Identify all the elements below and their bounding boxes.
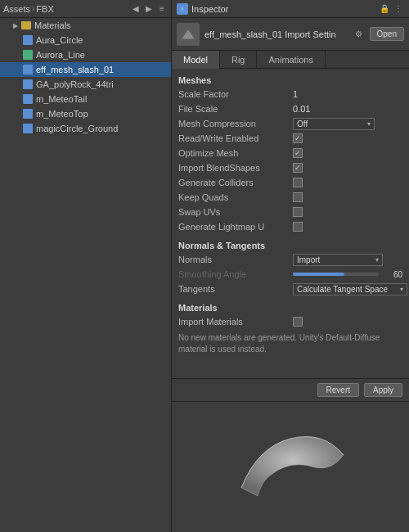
prop-smoothing-angle: Smoothing Angle 60 (172, 267, 409, 282)
item-label: Aura_Circle (36, 35, 83, 45)
prop-optimize-mesh: Optimize Mesh (172, 146, 409, 160)
prop-keep-quads: Keep Quads (172, 190, 409, 205)
apply-button[interactable]: Apply (364, 383, 402, 397)
prop-value: 60 (293, 270, 402, 279)
breadcrumb-sep: › (32, 4, 34, 13)
prop-generate-colliders: Generate Colliders (172, 175, 409, 190)
tree-item-aurora-line[interactable]: Aurora_Line (0, 47, 171, 62)
prop-label: Swap UVs (178, 207, 293, 217)
tree-item-m-meteotop[interactable]: m_MeteoTop (0, 106, 171, 121)
tree-item-m-meteotail[interactable]: m_MeteoTail (0, 92, 171, 106)
tree-item-eff-mesh[interactable]: eff_mesh_slash_01 (0, 62, 171, 77)
generate-lightmap-checkbox[interactable] (293, 222, 303, 232)
inspector-title: Inspector (191, 4, 379, 14)
prop-value (293, 317, 402, 327)
item-label: Aurora_Line (36, 50, 85, 60)
inspector-scroll-area: Meshes Scale Factor 1 File Scale 0.01 Me… (172, 69, 409, 378)
left-tree-panel: ▶ Materials Aura_Circle Aurora_Line eff_… (0, 18, 172, 532)
keep-quads-checkbox[interactable] (293, 192, 303, 202)
back-icon[interactable]: ◀ (130, 3, 142, 15)
prop-label: Tangents (178, 284, 293, 294)
lock-icon[interactable]: 🔒 (379, 3, 390, 15)
prop-label: Scale Factor (178, 89, 293, 99)
tab-model[interactable]: Model (172, 51, 220, 69)
prop-label: File Scale (178, 104, 293, 114)
inspector-header: eff_mesh_slash_01 Import Settin ⚙ Open (172, 18, 409, 51)
prop-label: Generate Lightmap U (178, 222, 293, 232)
chevron-down-icon: ▾ (400, 286, 403, 293)
slider-value: 60 (382, 270, 402, 279)
settings-icons: ⚙ (353, 29, 365, 40)
tree-item-aura-circle[interactable]: Aura_Circle (0, 33, 171, 47)
line-icon (23, 50, 33, 60)
open-button[interactable]: Open (370, 27, 404, 41)
prop-import-blendshapes: Import BlendShapes (172, 160, 409, 175)
prop-value: Import ▾ (293, 254, 402, 266)
right-panel: eff_mesh_slash_01 Import Settin ⚙ Open M… (172, 18, 409, 532)
generate-colliders-checkbox[interactable] (293, 178, 303, 187)
tabs-bar: Model Rig Animations (172, 51, 409, 69)
arrow-icon: ▶ (13, 22, 18, 29)
read-write-checkbox[interactable] (293, 133, 303, 143)
prop-generate-lightmap: Generate Lightmap U (172, 219, 409, 234)
item-label: GA_polyRock_44tri (36, 79, 114, 89)
tangents-dropdown[interactable]: Calculate Tangent Space ▾ (293, 283, 407, 295)
prop-import-materials: Import Materials (172, 314, 409, 329)
folder-label: FBX (36, 4, 53, 14)
prop-label: Mesh Compression (178, 119, 293, 128)
prop-label: Smoothing Angle (178, 269, 293, 279)
mesh-preview-thumbnail (177, 23, 200, 46)
mesh-icon (23, 79, 33, 89)
revert-button[interactable]: Revert (317, 383, 359, 397)
item-label: m_MeteoTail (36, 94, 87, 104)
prop-scale-factor: Scale Factor 1 (172, 87, 409, 101)
tree-item-ga-poly[interactable]: GA_polyRock_44tri (0, 77, 171, 92)
prop-file-scale: File Scale 0.01 (172, 101, 409, 116)
prop-label: Read/Write Enabled (178, 133, 293, 143)
mesh-icon (23, 65, 33, 74)
tree-item-materials[interactable]: ▶ Materials (0, 18, 171, 33)
prop-normals: Normals Import ▾ (172, 252, 409, 267)
prop-swap-uvs: Swap UVs (172, 205, 409, 219)
prop-value (293, 133, 402, 143)
preview-area (172, 401, 409, 532)
optimize-mesh-checkbox[interactable] (293, 148, 303, 158)
tab-animations[interactable]: Animations (257, 51, 325, 69)
prop-value: Off ▾ (293, 118, 402, 130)
settings-icon[interactable]: ⚙ (353, 29, 365, 40)
prop-value (293, 222, 402, 232)
prop-value: 1 (293, 89, 402, 99)
import-blendshapes-checkbox[interactable] (293, 163, 303, 173)
smoothing-angle-slider[interactable]: 60 (293, 270, 402, 279)
prop-label: Optimize Mesh (178, 148, 293, 158)
prop-value (293, 178, 402, 187)
prop-label: Generate Colliders (178, 178, 293, 187)
left-toolbar-icons: ◀ ▶ ≡ (130, 3, 168, 15)
tab-rig[interactable]: Rig (220, 51, 258, 69)
meshes-section-header: Meshes (172, 72, 409, 87)
more-icon[interactable]: ⋮ (393, 3, 404, 15)
inspector-icon: i (177, 3, 188, 15)
assets-label: Assets (3, 4, 30, 14)
forward-icon[interactable]: ▶ (143, 3, 155, 15)
prop-label: Normals (178, 255, 293, 264)
tree-item-magic-circle[interactable]: magicCircle_Ground (0, 121, 171, 136)
import-materials-checkbox[interactable] (293, 317, 303, 327)
normals-dropdown[interactable]: Import ▾ (293, 254, 383, 266)
options-icon[interactable]: ≡ (156, 3, 168, 15)
swap-uvs-checkbox[interactable] (293, 207, 303, 217)
item-label: m_MeteoTop (36, 109, 88, 119)
prop-value: Calculate Tangent Space ▾ (293, 283, 407, 295)
mesh-compression-dropdown[interactable]: Off ▾ (293, 118, 375, 130)
prop-value (293, 148, 402, 158)
materials-section-header: Materials (172, 300, 409, 314)
chevron-down-icon: ▾ (367, 120, 371, 128)
slider-fill (293, 273, 344, 276)
prop-label: Import Materials (178, 317, 293, 327)
mesh-icon (23, 35, 33, 45)
slider-track (293, 273, 379, 276)
normals-section-header: Normals & Tangents (172, 237, 409, 252)
prop-label: Import BlendShapes (178, 163, 293, 173)
main-content: ▶ Materials Aura_Circle Aurora_Line eff_… (0, 18, 409, 532)
bottom-buttons-bar: Revert Apply (172, 378, 409, 401)
